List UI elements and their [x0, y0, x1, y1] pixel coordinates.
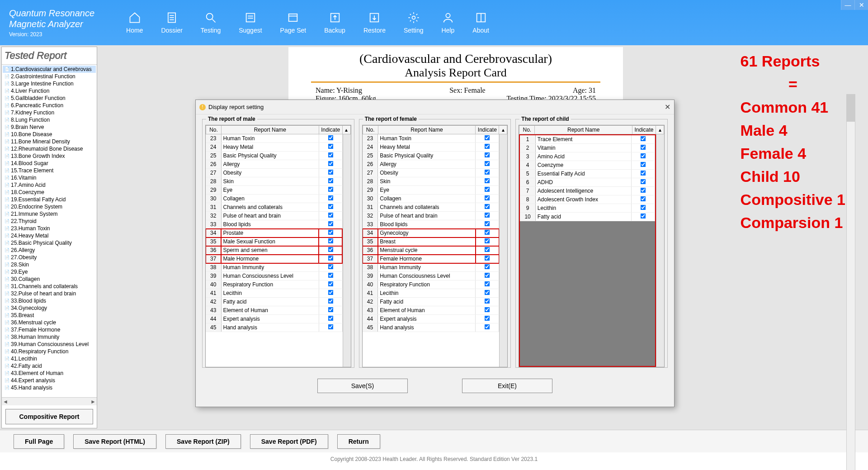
tree-item[interactable]: 33.Blood lipids — [3, 297, 96, 304]
indicate-checkbox[interactable] — [328, 290, 333, 295]
indicate-checkbox[interactable] — [328, 187, 333, 192]
table-row[interactable]: 10Fatty acid — [520, 213, 655, 221]
tree-item[interactable]: 40.Respiratory Function — [3, 348, 96, 355]
indicate-checkbox[interactable] — [328, 221, 333, 227]
tree-item[interactable]: 5.Gallbladder Function — [3, 95, 96, 102]
tree-item[interactable]: 36.Menstrual cycle — [3, 319, 96, 326]
col-no[interactable]: No. — [206, 126, 222, 134]
indicate-checkbox[interactable] — [485, 247, 490, 252]
col-indicate[interactable]: Indicate — [632, 126, 656, 134]
indicate-checkbox[interactable] — [485, 204, 490, 209]
tree-item[interactable]: 28.Skin — [3, 261, 96, 268]
tree-item[interactable]: 7.Kidney Function — [3, 109, 96, 116]
table-row[interactable]: 30Collagen — [363, 195, 499, 203]
tree-item[interactable]: 21.Immune System — [3, 210, 96, 218]
tree-item[interactable]: 8.Lung Function — [3, 116, 96, 123]
table-row[interactable]: 23Human Toxin — [363, 134, 499, 143]
table-row[interactable]: 39Human Consciousness Level — [363, 272, 499, 280]
table-row[interactable]: 27Obesity — [206, 169, 342, 177]
toolbar-dossier[interactable]: Dossier — [156, 9, 187, 36]
bottom-save-report-pdf--button[interactable]: Save Report (PDF) — [250, 434, 328, 449]
table-row[interactable]: 23Human Toxin — [206, 134, 342, 143]
indicate-checkbox[interactable] — [328, 135, 333, 141]
tree-item[interactable]: 32.Pulse of heart and brain — [3, 290, 96, 297]
table-row[interactable]: 7Adolescent Intelligence — [520, 187, 655, 195]
bottom-return-button[interactable]: Return — [337, 434, 380, 449]
tree-item[interactable]: 26.Allergy — [3, 247, 96, 254]
toolbar-page set[interactable]: Page Set — [276, 9, 311, 36]
tree-item[interactable]: 41.Lecithin — [3, 355, 96, 362]
table-row[interactable]: 1Trace Element — [520, 135, 655, 144]
indicate-checkbox[interactable] — [485, 135, 490, 141]
indicate-checkbox[interactable] — [485, 230, 490, 235]
indicate-checkbox[interactable] — [485, 221, 490, 227]
col-indicate[interactable]: Indicate — [476, 126, 499, 134]
indicate-checkbox[interactable] — [328, 281, 333, 287]
bottom-save-report-html--button[interactable]: Save Report (HTML) — [73, 434, 156, 449]
table-row[interactable]: 44Expert analysis — [363, 315, 499, 323]
bottom-full-page-button[interactable]: Full Page — [14, 434, 64, 449]
toolbar-help[interactable]: Help — [437, 9, 459, 36]
table-row[interactable]: 28Skin — [206, 177, 342, 186]
indicate-checkbox[interactable] — [641, 136, 646, 142]
table-row[interactable]: 37Female Hormone — [363, 255, 499, 263]
indicate-checkbox[interactable] — [485, 152, 490, 158]
table-row[interactable]: 5Essential Fatty Acid — [520, 170, 655, 178]
table-row[interactable]: 39Human Consciousness Level — [206, 272, 342, 280]
indicate-checkbox[interactable] — [328, 299, 333, 304]
tree-item[interactable]: 12.Rheumatoid Bone Disease — [3, 145, 96, 152]
col-no[interactable]: No. — [363, 126, 378, 134]
tree-item[interactable]: 17.Amino Acid — [3, 181, 96, 189]
table-row[interactable]: 36Menstrual cycle — [363, 246, 499, 255]
compositive-report-button[interactable]: Compositive Report — [5, 409, 93, 424]
indicate-checkbox[interactable] — [328, 324, 333, 330]
tree-item[interactable]: 43.Element of Human — [3, 370, 96, 377]
indicate-checkbox[interactable] — [328, 213, 333, 218]
indicate-checkbox[interactable] — [328, 247, 333, 252]
table-row[interactable]: 35Male Sexual Function — [206, 237, 342, 246]
tree-item[interactable]: 13.Bone Growth Index — [3, 152, 96, 160]
tree-hscroll[interactable]: ◄ ► — [2, 397, 97, 405]
col-indicate[interactable]: Indicate — [319, 126, 342, 134]
indicate-checkbox[interactable] — [485, 161, 490, 166]
table-row[interactable]: 41Lecithin — [363, 289, 499, 298]
table-row[interactable]: 31Channels and collaterals — [363, 203, 499, 212]
exit-button[interactable]: Exit(E) — [462, 379, 552, 393]
tree-item[interactable]: 4.Liver Function — [3, 87, 96, 95]
tree-item[interactable]: 6.Pancreatic Function — [3, 102, 96, 109]
indicate-checkbox[interactable] — [641, 214, 646, 219]
dialog-close-button[interactable]: ✕ — [665, 103, 670, 111]
table-row[interactable]: 31Channels and collaterals — [206, 203, 342, 212]
tree-item[interactable]: 19.Essential Fatty Acid — [3, 196, 96, 203]
table-row[interactable]: 42Fatty acid — [206, 298, 342, 306]
col-name[interactable]: Report Name — [378, 126, 476, 134]
table-row[interactable]: 34Gynecology — [363, 229, 499, 237]
table-vscroll[interactable] — [343, 134, 351, 367]
table-row[interactable]: 3Amino Acid — [520, 152, 655, 161]
table-vscroll[interactable] — [499, 134, 507, 367]
indicate-checkbox[interactable] — [328, 144, 333, 149]
table-row[interactable]: 27Obesity — [363, 169, 499, 177]
indicate-checkbox[interactable] — [328, 273, 333, 278]
scroll-right-icon[interactable]: ► — [90, 399, 96, 405]
table-row[interactable]: 24Heavy Metal — [363, 143, 499, 152]
table-row[interactable]: 2Vitamin — [520, 144, 655, 152]
indicate-checkbox[interactable] — [328, 204, 333, 209]
indicate-checkbox[interactable] — [641, 171, 646, 176]
tree-item[interactable]: 22.Thyroid — [3, 218, 96, 225]
col-name[interactable]: Report Name — [222, 126, 319, 134]
indicate-checkbox[interactable] — [641, 145, 646, 150]
tree-item[interactable]: 20.Endocrine System — [3, 203, 96, 210]
indicate-checkbox[interactable] — [328, 307, 333, 313]
indicate-checkbox[interactable] — [328, 161, 333, 166]
table-row[interactable]: 29Eye — [363, 186, 499, 195]
indicate-checkbox[interactable] — [485, 144, 490, 149]
table-row[interactable]: 35Breast — [363, 237, 499, 246]
indicate-checkbox[interactable] — [485, 187, 490, 192]
save-button[interactable]: Save(S) — [317, 379, 408, 393]
tree-item[interactable]: 25.Basic Physical Quality — [3, 239, 96, 247]
tree-item[interactable]: 42.Fatty acid — [3, 362, 96, 370]
tree-item[interactable]: 24.Heavy Metal — [3, 232, 96, 239]
scroll-thumb[interactable] — [847, 95, 855, 122]
tree-item[interactable]: 39.Human Consciousness Level — [3, 341, 96, 348]
